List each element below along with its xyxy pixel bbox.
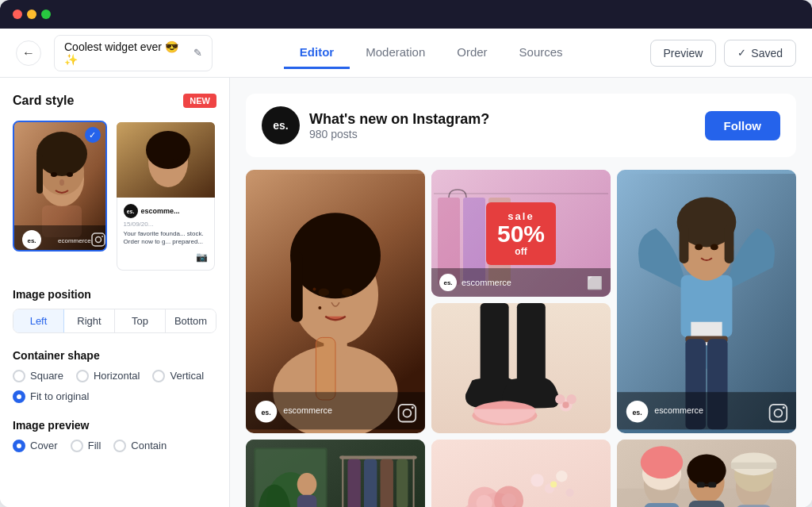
container-shape-row-1: Square Horizontal Vertical [13,370,216,382]
check-icon: ✓ [737,47,746,59]
svg-point-18 [146,131,190,169]
sale-box: sale 50% off [486,202,556,265]
sale-overlay: es. escommerce ⬜ [431,268,611,297]
preview-fill[interactable]: Fill [71,440,102,452]
radio-fit-original-circle [13,390,25,403]
card-2-date: 15/09/20... [124,221,208,228]
preview-cover-label: Cover [30,440,58,451]
pos-btn-bottom[interactable]: Bottom [166,309,216,332]
face-main-svg: es. escommerce [246,170,425,433]
saved-button[interactable]: ✓ Saved [724,40,796,67]
sale-brand-name: escommerce [462,278,511,287]
edit-icon: ✎ [193,47,202,59]
svg-text:ecommerce: ecommerce [58,237,91,244]
shape-horizontal-label: Horizontal [94,370,140,382]
photo-face-main[interactable]: es. escommerce [246,170,425,433]
maximize-button[interactable] [41,10,51,19]
pos-btn-right[interactable]: Right [64,309,115,332]
svg-point-53 [695,244,703,250]
svg-rect-51 [680,225,689,263]
friends-svg [617,440,796,507]
minimize-button[interactable] [27,10,36,19]
svg-point-5 [51,172,57,177]
svg-rect-31 [316,337,335,400]
preview-cover[interactable]: Cover [13,440,58,452]
shape-fit-original[interactable]: Fit to original [13,390,89,403]
svg-point-20 [172,159,178,164]
tab-moderation[interactable]: Moderation [350,37,441,69]
photo-shoes[interactable] [431,303,611,433]
card-option-2[interactable]: es. escomme... 15/09/20... Your favorite… [115,121,216,272]
shape-horizontal[interactable]: Horizontal [76,370,140,382]
sale-percent: 50% [497,222,545,246]
photo-grid: es. escommerce [246,170,796,507]
follow-button[interactable]: Follow [705,111,781,140]
tab-sources[interactable]: Sources [504,37,579,69]
preview-contain-label: Contain [131,440,167,451]
svg-text:es.: es. [632,409,642,417]
flowers-svg [431,440,611,507]
photo-flowers[interactable] [431,440,611,507]
close-button[interactable] [13,10,22,19]
svg-rect-67 [517,303,546,385]
radio-fill-circle [71,440,83,452]
card-style-title: Card style [13,94,74,108]
shape-square[interactable]: Square [13,370,63,382]
svg-rect-104 [644,503,680,507]
preview-button[interactable]: Preview [650,40,717,67]
svg-point-97 [565,489,573,497]
widget-name-text: Coolest widget ever 😎✨ [64,40,187,66]
radio-square-circle [13,370,25,382]
shape-vertical[interactable]: Vertical [152,370,204,382]
svg-rect-81 [342,456,343,507]
right-panel: es. What's new on Instagram? 980 posts F… [230,78,812,507]
preview-contain[interactable]: Contain [113,440,167,452]
photo-friends[interactable] [617,440,796,507]
svg-text:escommerce: escommerce [654,405,703,415]
photo-clothing-store[interactable] [246,440,425,507]
image-preview-options: Cover Fill Contain [13,440,216,452]
container-shape-options: Square Horizontal Vertical Fit to origin… [13,370,216,403]
svg-point-96 [556,471,567,482]
svg-text:es.: es. [27,237,36,244]
svg-rect-4 [36,154,43,194]
radio-horizontal-circle [76,370,89,382]
svg-rect-26 [291,252,303,321]
svg-rect-110 [697,482,705,488]
feed-title: What's new on Instagram? [309,111,705,128]
sidebar: Card style NEW ✓ [0,78,230,507]
svg-point-78 [297,473,317,496]
feed-avatar: es. [262,106,300,144]
photo-sale[interactable]: sale 50% off es. escommerce ⬜ [431,170,611,297]
image-position-buttons: Left Right Top Bottom [13,309,216,333]
shape-fit-original-label: Fit to original [30,390,89,402]
tab-editor[interactable]: Editor [284,37,350,69]
svg-point-29 [313,287,316,290]
container-shape-title: Container shape [13,349,216,362]
card-style-header: Card style NEW [13,94,216,108]
pos-btn-top[interactable]: Top [115,309,166,332]
new-badge: NEW [183,94,216,108]
widget-name-field[interactable]: Coolest widget ever 😎✨ ✎ [54,35,213,71]
pos-btn-left[interactable]: Left [13,309,64,332]
svg-rect-117 [731,463,777,469]
svg-rect-111 [708,482,716,488]
svg-text:escommerce: escommerce [283,405,332,415]
saved-label: Saved [751,47,783,60]
back-button[interactable]: ← [16,40,41,66]
radio-vertical-circle [152,370,165,382]
feed-posts: 980 posts [309,128,705,140]
svg-rect-80 [339,456,417,459]
tab-order[interactable]: Order [441,37,503,69]
title-bar [0,0,812,29]
shape-vertical-label: Vertical [170,370,204,382]
photo-fashion[interactable]: es. escommerce [617,170,796,433]
svg-point-72 [562,401,569,408]
feed-info: What's new on Instagram? 980 posts [309,111,705,140]
card-option-1[interactable]: ✓ [13,121,107,252]
svg-point-109 [687,455,726,487]
sale-off: off [497,246,545,257]
preview-fill-label: Fill [88,440,102,451]
app-container: ← Coolest widget ever 😎✨ ✎ Editor Modera… [0,0,812,507]
svg-point-25 [290,213,381,298]
